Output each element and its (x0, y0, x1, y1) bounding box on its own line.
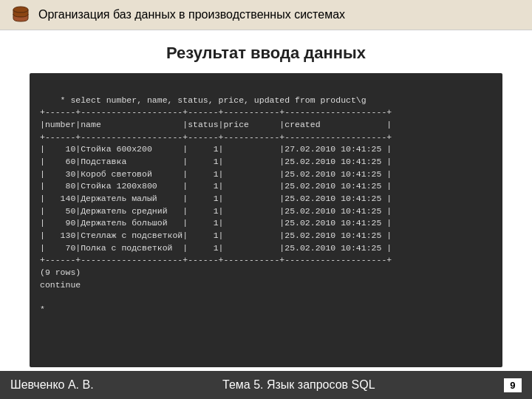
footer-page-number: 9 (504, 378, 522, 392)
header-title: Организация баз данных в производственны… (38, 8, 345, 21)
page-title-area: Результат ввода данных (30, 44, 502, 63)
sql-output-box: * select number, name, status, price, up… (30, 73, 502, 367)
main-content: Результат ввода данных * select number, … (0, 30, 532, 375)
page-title: Результат ввода данных (166, 44, 366, 62)
footer-author: Шевченко А. В. (10, 378, 94, 392)
database-icon (10, 4, 31, 25)
footer-topic: Тема 5. Язык запросов SQL (222, 378, 375, 392)
footer-bar: Шевченко А. В. Тема 5. Язык запросов SQL… (0, 371, 532, 399)
sql-output-text: * select number, name, status, price, up… (40, 95, 392, 314)
header-bar: Организация баз данных в производственны… (0, 0, 532, 30)
